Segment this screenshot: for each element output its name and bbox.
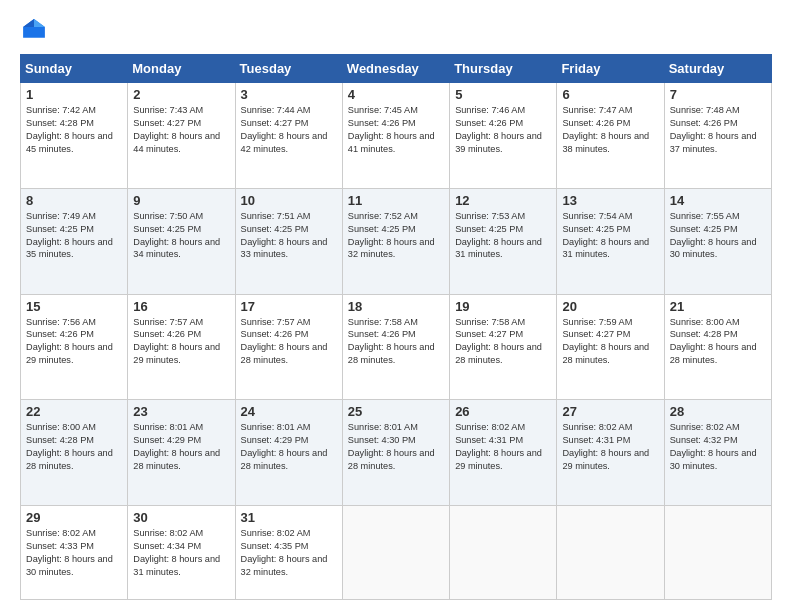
day-number: 28 (670, 404, 766, 419)
calendar-cell: 30 Sunrise: 8:02 AMSunset: 4:34 PMDaylig… (128, 506, 235, 600)
calendar-cell: 10 Sunrise: 7:51 AMSunset: 4:25 PMDaylig… (235, 188, 342, 294)
calendar-cell: 19 Sunrise: 7:58 AMSunset: 4:27 PMDaylig… (450, 294, 557, 400)
calendar-cell (664, 506, 771, 600)
calendar-cell: 4 Sunrise: 7:45 AMSunset: 4:26 PMDayligh… (342, 83, 449, 189)
cell-info: Sunrise: 7:57 AMSunset: 4:26 PMDaylight:… (241, 317, 328, 366)
calendar-cell: 1 Sunrise: 7:42 AMSunset: 4:28 PMDayligh… (21, 83, 128, 189)
cell-info: Sunrise: 8:01 AMSunset: 4:29 PMDaylight:… (241, 422, 328, 471)
day-number: 14 (670, 193, 766, 208)
cell-info: Sunrise: 7:56 AMSunset: 4:26 PMDaylight:… (26, 317, 113, 366)
cell-info: Sunrise: 7:53 AMSunset: 4:25 PMDaylight:… (455, 211, 542, 260)
week-row-4: 22 Sunrise: 8:00 AMSunset: 4:28 PMDaylig… (21, 400, 772, 506)
calendar-cell: 5 Sunrise: 7:46 AMSunset: 4:26 PMDayligh… (450, 83, 557, 189)
day-number: 20 (562, 299, 658, 314)
day-number: 15 (26, 299, 122, 314)
calendar-cell: 31 Sunrise: 8:02 AMSunset: 4:35 PMDaylig… (235, 506, 342, 600)
day-number: 3 (241, 87, 337, 102)
cell-info: Sunrise: 7:54 AMSunset: 4:25 PMDaylight:… (562, 211, 649, 260)
cell-info: Sunrise: 7:50 AMSunset: 4:25 PMDaylight:… (133, 211, 220, 260)
cell-info: Sunrise: 7:57 AMSunset: 4:26 PMDaylight:… (133, 317, 220, 366)
svg-marker-2 (23, 19, 34, 27)
day-number: 2 (133, 87, 229, 102)
cell-info: Sunrise: 8:02 AMSunset: 4:32 PMDaylight:… (670, 422, 757, 471)
cell-info: Sunrise: 7:46 AMSunset: 4:26 PMDaylight:… (455, 105, 542, 154)
day-header-thursday: Thursday (450, 55, 557, 83)
day-number: 16 (133, 299, 229, 314)
cell-info: Sunrise: 7:45 AMSunset: 4:26 PMDaylight:… (348, 105, 435, 154)
calendar-cell: 3 Sunrise: 7:44 AMSunset: 4:27 PMDayligh… (235, 83, 342, 189)
cell-info: Sunrise: 7:48 AMSunset: 4:26 PMDaylight:… (670, 105, 757, 154)
svg-marker-1 (34, 19, 45, 27)
calendar-cell: 21 Sunrise: 8:00 AMSunset: 4:28 PMDaylig… (664, 294, 771, 400)
cell-info: Sunrise: 7:51 AMSunset: 4:25 PMDaylight:… (241, 211, 328, 260)
calendar-cell: 2 Sunrise: 7:43 AMSunset: 4:27 PMDayligh… (128, 83, 235, 189)
logo-icon (20, 16, 48, 44)
week-row-2: 8 Sunrise: 7:49 AMSunset: 4:25 PMDayligh… (21, 188, 772, 294)
week-row-1: 1 Sunrise: 7:42 AMSunset: 4:28 PMDayligh… (21, 83, 772, 189)
calendar-cell: 7 Sunrise: 7:48 AMSunset: 4:26 PMDayligh… (664, 83, 771, 189)
day-number: 25 (348, 404, 444, 419)
cell-info: Sunrise: 7:52 AMSunset: 4:25 PMDaylight:… (348, 211, 435, 260)
day-header-tuesday: Tuesday (235, 55, 342, 83)
calendar-cell: 9 Sunrise: 7:50 AMSunset: 4:25 PMDayligh… (128, 188, 235, 294)
calendar-cell: 23 Sunrise: 8:01 AMSunset: 4:29 PMDaylig… (128, 400, 235, 506)
day-number: 4 (348, 87, 444, 102)
day-number: 24 (241, 404, 337, 419)
cell-info: Sunrise: 7:44 AMSunset: 4:27 PMDaylight:… (241, 105, 328, 154)
calendar-cell (557, 506, 664, 600)
logo (20, 16, 52, 44)
day-header-sunday: Sunday (21, 55, 128, 83)
cell-info: Sunrise: 8:00 AMSunset: 4:28 PMDaylight:… (26, 422, 113, 471)
day-number: 26 (455, 404, 551, 419)
cell-info: Sunrise: 7:58 AMSunset: 4:27 PMDaylight:… (455, 317, 542, 366)
day-number: 8 (26, 193, 122, 208)
day-number: 29 (26, 510, 122, 525)
calendar-cell: 15 Sunrise: 7:56 AMSunset: 4:26 PMDaylig… (21, 294, 128, 400)
day-number: 21 (670, 299, 766, 314)
day-number: 13 (562, 193, 658, 208)
cell-info: Sunrise: 7:49 AMSunset: 4:25 PMDaylight:… (26, 211, 113, 260)
day-number: 5 (455, 87, 551, 102)
day-number: 10 (241, 193, 337, 208)
day-number: 22 (26, 404, 122, 419)
day-number: 11 (348, 193, 444, 208)
day-header-friday: Friday (557, 55, 664, 83)
day-number: 23 (133, 404, 229, 419)
day-number: 27 (562, 404, 658, 419)
cell-info: Sunrise: 8:01 AMSunset: 4:29 PMDaylight:… (133, 422, 220, 471)
calendar-cell: 29 Sunrise: 8:02 AMSunset: 4:33 PMDaylig… (21, 506, 128, 600)
cell-info: Sunrise: 8:02 AMSunset: 4:35 PMDaylight:… (241, 528, 328, 577)
day-number: 6 (562, 87, 658, 102)
day-number: 31 (241, 510, 337, 525)
cell-info: Sunrise: 7:55 AMSunset: 4:25 PMDaylight:… (670, 211, 757, 260)
calendar-cell: 13 Sunrise: 7:54 AMSunset: 4:25 PMDaylig… (557, 188, 664, 294)
calendar-cell: 6 Sunrise: 7:47 AMSunset: 4:26 PMDayligh… (557, 83, 664, 189)
day-header-saturday: Saturday (664, 55, 771, 83)
header (20, 16, 772, 44)
week-row-5: 29 Sunrise: 8:02 AMSunset: 4:33 PMDaylig… (21, 506, 772, 600)
day-number: 9 (133, 193, 229, 208)
cell-info: Sunrise: 8:02 AMSunset: 4:33 PMDaylight:… (26, 528, 113, 577)
day-number: 30 (133, 510, 229, 525)
calendar-cell: 16 Sunrise: 7:57 AMSunset: 4:26 PMDaylig… (128, 294, 235, 400)
cell-info: Sunrise: 8:01 AMSunset: 4:30 PMDaylight:… (348, 422, 435, 471)
cell-info: Sunrise: 8:00 AMSunset: 4:28 PMDaylight:… (670, 317, 757, 366)
calendar-cell: 8 Sunrise: 7:49 AMSunset: 4:25 PMDayligh… (21, 188, 128, 294)
day-header-monday: Monday (128, 55, 235, 83)
calendar-cell: 25 Sunrise: 8:01 AMSunset: 4:30 PMDaylig… (342, 400, 449, 506)
day-number: 19 (455, 299, 551, 314)
days-header-row: SundayMondayTuesdayWednesdayThursdayFrid… (21, 55, 772, 83)
calendar-cell: 27 Sunrise: 8:02 AMSunset: 4:31 PMDaylig… (557, 400, 664, 506)
cell-info: Sunrise: 7:47 AMSunset: 4:26 PMDaylight:… (562, 105, 649, 154)
cell-info: Sunrise: 7:58 AMSunset: 4:26 PMDaylight:… (348, 317, 435, 366)
day-number: 18 (348, 299, 444, 314)
cell-info: Sunrise: 7:43 AMSunset: 4:27 PMDaylight:… (133, 105, 220, 154)
calendar-cell: 20 Sunrise: 7:59 AMSunset: 4:27 PMDaylig… (557, 294, 664, 400)
day-number: 7 (670, 87, 766, 102)
cell-info: Sunrise: 7:42 AMSunset: 4:28 PMDaylight:… (26, 105, 113, 154)
cell-info: Sunrise: 8:02 AMSunset: 4:31 PMDaylight:… (562, 422, 649, 471)
cell-info: Sunrise: 7:59 AMSunset: 4:27 PMDaylight:… (562, 317, 649, 366)
calendar-cell: 12 Sunrise: 7:53 AMSunset: 4:25 PMDaylig… (450, 188, 557, 294)
calendar-cell: 14 Sunrise: 7:55 AMSunset: 4:25 PMDaylig… (664, 188, 771, 294)
calendar-cell: 26 Sunrise: 8:02 AMSunset: 4:31 PMDaylig… (450, 400, 557, 506)
